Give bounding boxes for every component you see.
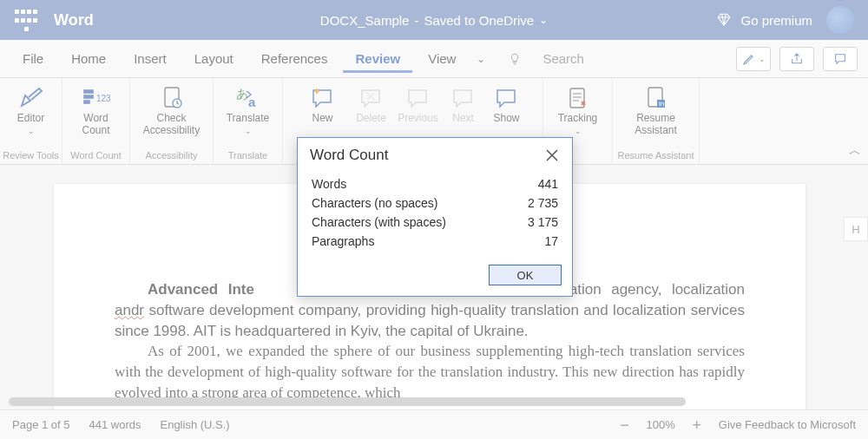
chevron-down-icon: ⌄	[245, 127, 252, 135]
svg-text:a: a	[248, 95, 256, 109]
tab-home[interactable]: Home	[59, 44, 118, 73]
share-icon	[790, 52, 804, 66]
delete-comment-label: Delete	[356, 113, 386, 125]
share-button[interactable]	[779, 47, 814, 71]
word-count-icon: 123	[82, 85, 111, 111]
resume-label: Resume Assistant	[635, 113, 677, 137]
premium-label: Go premium	[740, 13, 812, 28]
search-box[interactable]: Search	[542, 51, 584, 66]
comment-icon	[833, 52, 847, 66]
p1-part3: software development company, providing …	[115, 302, 745, 339]
headings-handle-label: H	[852, 223, 859, 236]
check-accessibility-label: Check Accessibility	[143, 113, 200, 137]
svg-text:in: in	[659, 100, 664, 108]
show-comments-button[interactable]: Show	[483, 83, 530, 127]
stat-label: Characters (with spaces)	[312, 215, 446, 229]
word-count-button[interactable]: 123 Word Count	[65, 83, 128, 139]
delete-comment-button[interactable]: Delete	[350, 83, 393, 127]
dialog-title: Word Count	[310, 147, 388, 164]
zoom-out-button[interactable]: −	[617, 417, 633, 433]
diamond-icon	[716, 12, 732, 28]
previous-label: Previous	[398, 113, 438, 125]
group-label-translate: Translate	[228, 148, 267, 164]
heading-fragment: Advanced Inte	[148, 281, 254, 298]
svg-text:123: 123	[96, 94, 111, 103]
tab-view[interactable]: View	[416, 44, 468, 73]
editor-button[interactable]: Editor ⌄	[4, 83, 58, 137]
tracking-button[interactable]: Tracking ⌄	[546, 83, 610, 137]
chevron-up-icon: ︿	[849, 143, 861, 159]
stat-row-words: Words441	[312, 174, 558, 193]
horizontal-scrollbar[interactable]	[9, 397, 859, 406]
close-icon	[544, 147, 560, 163]
new-comment-label: New	[312, 113, 332, 125]
new-comment-icon	[308, 85, 338, 111]
headings-pane-handle[interactable]: H	[844, 217, 868, 241]
more-tabs-chevron[interactable]: ⌄	[471, 46, 490, 72]
save-status: Saved to OneDrive	[424, 13, 534, 28]
zoom-level[interactable]: 100%	[647, 418, 675, 431]
stat-row-chars-space: Characters (with spaces)3 175	[312, 213, 558, 232]
close-button[interactable]	[544, 147, 560, 163]
tab-review[interactable]: Review	[343, 44, 412, 73]
check-accessibility-button[interactable]: Check Accessibility	[134, 83, 210, 139]
resume-assistant-button[interactable]: in Resume Assistant	[618, 83, 694, 139]
svg-rect-2	[84, 101, 89, 103]
user-avatar[interactable]	[826, 6, 854, 34]
paragraph-2[interactable]: As of 2001, we expanded the sphere of ou…	[115, 341, 745, 403]
pen-icon	[742, 52, 756, 66]
stat-value: 17	[544, 234, 558, 248]
next-comment-button[interactable]: Next	[444, 83, 483, 127]
feedback-link[interactable]: Give Feedback to Microsoft	[719, 418, 856, 431]
next-label: Next	[452, 113, 474, 125]
stat-value: 441	[538, 177, 558, 191]
ideas-button[interactable]	[508, 52, 522, 66]
group-label-resume: Resume Assistant	[617, 148, 694, 164]
go-premium-button[interactable]: Go premium	[716, 12, 812, 28]
next-icon	[449, 85, 478, 111]
doc-name: DOCX_Sample	[320, 13, 410, 28]
translate-button[interactable]: あa Translate ⌄	[216, 83, 280, 137]
chevron-down-icon: ⌄	[575, 127, 582, 135]
document-title[interactable]: DOCX_Sample - Saved to OneDrive ⌄	[320, 13, 548, 28]
title-bar: Word DOCX_Sample - Saved to OneDrive ⌄ G…	[0, 0, 868, 40]
collapse-ribbon-button[interactable]: ︿	[842, 78, 868, 164]
search-label: Search	[542, 51, 584, 66]
accessibility-icon	[157, 85, 187, 111]
group-label-review-tools: Review Tools	[3, 148, 59, 164]
resume-icon: in	[641, 85, 671, 111]
stat-row-paragraphs: Paragraphs17	[312, 232, 558, 251]
stat-row-chars-nospace: Characters (no spaces)2 735	[312, 193, 558, 213]
group-label-accessibility: Accessibility	[146, 148, 198, 164]
translate-icon: あa	[233, 85, 263, 111]
tracking-icon	[563, 85, 593, 111]
word-count-status[interactable]: 441 words	[89, 418, 141, 431]
app-launcher-icon[interactable]	[14, 8, 38, 32]
word-count-label: Word Count	[82, 113, 109, 137]
tab-references[interactable]: References	[249, 44, 340, 73]
group-label-word-count: Word Count	[70, 148, 122, 164]
previous-comment-button[interactable]: Previous	[393, 83, 444, 127]
page-indicator[interactable]: Page 1 of 5	[12, 418, 70, 431]
lightbulb-icon	[508, 52, 522, 66]
ok-button[interactable]: OK	[489, 265, 562, 285]
new-comment-button[interactable]: New	[296, 83, 350, 127]
scrollbar-thumb[interactable]	[9, 397, 686, 406]
status-bar: Page 1 of 5 441 words English (U.S.) − 1…	[0, 410, 868, 439]
zoom-in-button[interactable]: +	[689, 417, 705, 433]
delete-comment-icon	[357, 85, 386, 111]
editing-mode-button[interactable]: ⌄	[736, 47, 771, 71]
previous-icon	[404, 85, 433, 111]
tracking-label: Tracking	[558, 113, 598, 125]
chevron-down-icon: ⌄	[759, 55, 766, 63]
tab-insert[interactable]: Insert	[122, 44, 179, 73]
tab-bar: File Home Insert Layout References Revie…	[0, 40, 868, 78]
svg-text:あ: あ	[236, 87, 248, 101]
spelling-error[interactable]: andr	[115, 302, 144, 318]
word-count-dialog: Word Count Words441 Characters (no space…	[297, 137, 573, 297]
tab-file[interactable]: File	[10, 44, 56, 73]
comments-button[interactable]	[823, 47, 858, 71]
tab-layout[interactable]: Layout	[182, 44, 246, 73]
language-status[interactable]: English (U.S.)	[160, 418, 229, 431]
stat-label: Words	[312, 177, 346, 191]
